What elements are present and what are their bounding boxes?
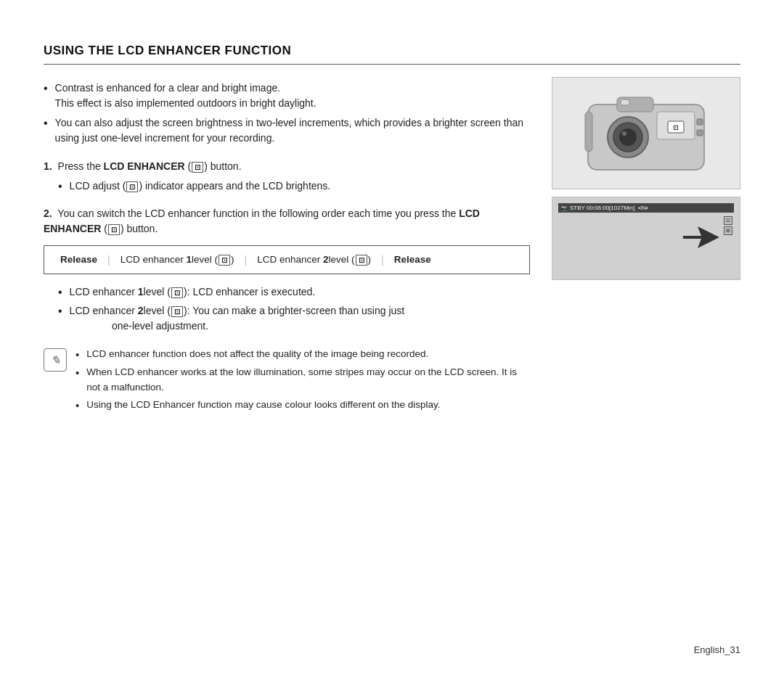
right-column: ⊡ 📷 STBY 00:06:00[1027Min]	[552, 77, 740, 416]
list-item: LCD enhancer 1level (⊡): LCD enhancer is…	[58, 284, 530, 300]
lcd-icon-sm-2: ⊞	[724, 226, 732, 235]
lcd-enhancer-icon-2: ⊡	[108, 224, 120, 235]
flow-2level: LCD enhancer 2level (⊡)	[250, 252, 378, 268]
svg-rect-12	[621, 99, 629, 105]
svg-marker-13	[683, 226, 719, 248]
flow-release-right: Release	[387, 252, 438, 268]
lcd-enhancer-icon-1: ⊡	[192, 162, 203, 173]
svg-rect-9	[697, 119, 703, 125]
step-num-1: 1.	[44, 160, 52, 172]
camera-image-1: ⊡	[552, 77, 740, 189]
sub-icon-1: ⊡	[171, 287, 183, 298]
sub-icon-2: ⊡	[171, 306, 183, 317]
list-item: Contrast is enhanced for a clear and bri…	[44, 81, 530, 111]
svg-text:⊡: ⊡	[673, 124, 679, 131]
note-box: ✎ LCD enhancer function does not affect …	[44, 347, 530, 416]
svg-rect-10	[697, 130, 703, 136]
flow-icon-1: ⊡	[219, 255, 230, 266]
step-1-sub: LCD adjust (⊡) indicator appears and the…	[58, 179, 530, 194]
camera-image-2: 📷 STBY 00:06:00[1027Min] ▪IN▪ ⊡ ⊞	[552, 197, 740, 280]
note-list: LCD enhancer function does not affect th…	[75, 347, 530, 416]
step-2-sub: LCD enhancer 1level (⊡): LCD enhancer is…	[58, 284, 530, 334]
title-section: USING THE LCD ENHANCER FUNCTION	[44, 44, 740, 65]
list-item: LCD adjust (⊡) indicator appears and the…	[58, 179, 530, 194]
page-title: USING THE LCD ENHANCER FUNCTION	[44, 44, 291, 57]
list-item: You can also adjust the screen brightnes…	[44, 115, 530, 146]
svg-point-5	[622, 131, 626, 136]
flow-release-left: Release	[53, 252, 105, 268]
page-footer: English_31	[694, 644, 740, 655]
flow-table: Release | LCD enhancer 1level (⊡) | LCD …	[44, 245, 530, 274]
content-area: Contrast is enhanced for a clear and bri…	[44, 81, 740, 416]
note-icon: ✎	[44, 348, 67, 372]
list-item: Using the LCD Enhancer function may caus…	[75, 398, 530, 413]
step-2: 2. You can switch the LCD enhancer funct…	[44, 206, 530, 334]
flow-icon-2: ⊡	[356, 255, 367, 266]
camera-svg-1: ⊡	[573, 86, 719, 181]
camera-arrow	[683, 226, 719, 250]
intro-bullets: Contrast is enhanced for a clear and bri…	[44, 81, 530, 146]
lcd-icon-sm-1: ⊡	[724, 216, 732, 225]
left-column: Contrast is enhanced for a clear and bri…	[44, 81, 530, 416]
list-item: When LCD enhancer works at the low illum…	[75, 365, 530, 395]
svg-point-4	[619, 128, 637, 146]
lcd-adjust-icon: ⊡	[126, 181, 138, 192]
step-1: 1. Press the LCD ENHANCER (⊡) button. LC…	[44, 159, 530, 194]
svg-rect-11	[585, 112, 592, 152]
list-item: LCD enhancer 2level (⊡): You can make a …	[58, 303, 530, 334]
page: USING THE LCD ENHANCER FUNCTION Contrast…	[0, 0, 784, 677]
step-num-2: 2.	[44, 208, 52, 219]
camera-status-bar: 📷 STBY 00:06:00[1027Min] ▪IN▪	[558, 203, 734, 213]
list-item: LCD enhancer function does not affect th…	[75, 347, 530, 362]
camera-icon-small: 📷	[561, 205, 568, 211]
flow-1level: LCD enhancer 1level (⊡)	[113, 252, 242, 268]
camera-lcd-icons: ⊡ ⊞	[724, 216, 732, 235]
